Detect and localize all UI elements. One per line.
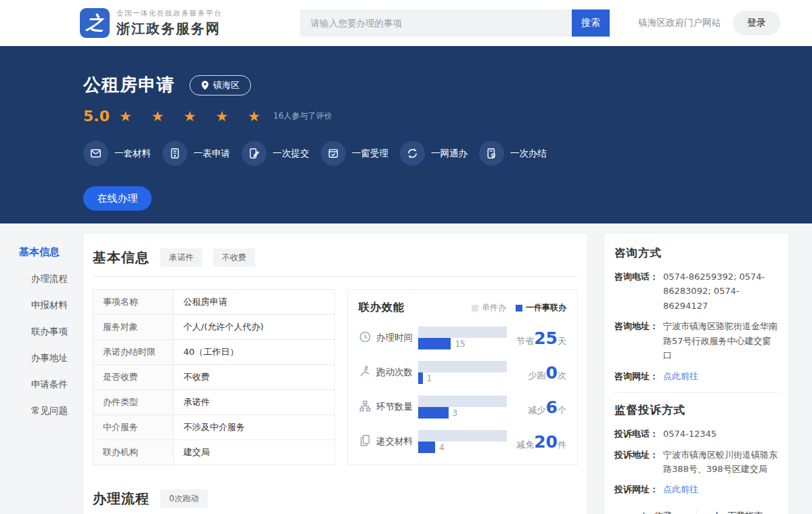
legend-joint: 一件事联办 (516, 302, 566, 314)
search-button[interactable]: 搜索 (572, 9, 610, 37)
nav-item-joint-items[interactable]: 联办事项 (0, 326, 83, 338)
complaint-website-row: 投诉网址： 点此前往 (614, 482, 778, 496)
feature-material: 一套材料 (83, 141, 152, 166)
efficiency-row-steps: 环节数量 3 减少6个 (359, 395, 566, 419)
legend-swatch-blue (516, 305, 522, 312)
district-label: 镇海区 (213, 79, 240, 91)
consult-address-row: 咨询地址： 宁波市镇海区骆驼街道金华南路57号行政服务中心建交窗口 (614, 319, 778, 362)
feature-network: 一网通办 (400, 141, 468, 166)
search-input[interactable] (300, 9, 572, 37)
platform-tagline: 全国一体化在线政务服务平台 (116, 9, 222, 18)
card-actions: ★ 收藏 下载指南 (614, 509, 778, 514)
stat-steps: 减少6个 (528, 398, 566, 417)
joint-efficiency-panel: 联办效能 单件办 一件事联办 (347, 289, 578, 465)
login-button[interactable]: 登录 (733, 11, 780, 35)
portal-site-link[interactable]: 镇海区政府门户网站 (639, 17, 721, 29)
bar-trips: 1 (418, 361, 507, 384)
efficiency-row-materials: 递交材料 4 减免20件 (359, 430, 566, 453)
window-check-icon (321, 141, 346, 166)
legend-single: 单件办 (472, 302, 506, 314)
complaint-goto-link[interactable]: 点此前往 (663, 482, 698, 496)
stat-materials: 减免20件 (516, 432, 566, 452)
hero-banner: 公租房申请 镇海区 5.0 ★ ★ ★ ★ ★ 16人参与了评价 一套材料 (0, 46, 812, 223)
nav-item-address[interactable]: 办事地址 (0, 352, 83, 364)
bar-gray (418, 430, 507, 442)
process-section: 办理流程 0次跑动 (93, 490, 579, 514)
stat-time: 节省25天 (516, 328, 566, 348)
nav-item-basic-info[interactable]: 基本信息 (0, 246, 83, 259)
logo-mark-icon: 之 (80, 8, 110, 38)
consult-website-row: 咨询网址： 点此前往 (614, 369, 778, 383)
consult-phone-row: 咨询电话： 0574-86259392; 0574-86283092; 0574… (614, 270, 778, 313)
feature-form: 一表申请 (162, 141, 231, 166)
run-icon (359, 365, 372, 381)
process-title: 办理流程 (93, 490, 150, 508)
rating-stars: ★ ★ ★ ★ ★ (119, 108, 268, 125)
complaint-phone-row: 投诉电话： 0574-12345 (614, 427, 778, 441)
download-guide-button[interactable]: 下载指南 (696, 509, 779, 514)
nav-item-process[interactable]: 办理流程 (0, 273, 83, 285)
rating-score: 5.0 (83, 108, 110, 125)
basic-info-table: 事项名称公租房申请 服务对象个人/(允许个人代办) 承诺办结时限40（工作日） … (93, 289, 335, 465)
table-row: 承诺办结时限40（工作日） (93, 340, 335, 365)
clock-icon (359, 330, 372, 346)
legend-swatch-gray (472, 305, 478, 312)
feature-finish: 一次办结 (479, 141, 547, 166)
table-row: 中介服务不涉及中介服务 (93, 415, 335, 440)
chart-legend: 单件办 一件事联办 (462, 302, 566, 314)
main-content-card: 基本信息 承诺件 不收费 事项名称公租房申请 服务对象个人/(允许个人代办) 承… (83, 234, 587, 514)
nodes-icon (359, 400, 372, 415)
bar-blue (418, 338, 451, 349)
badge-promise: 承诺件 (160, 249, 202, 267)
finish-icon (479, 141, 504, 166)
basic-info-title: 基本信息 (93, 249, 150, 267)
service-title: 公租房申请 (83, 73, 175, 97)
card-divider (614, 392, 778, 393)
header-right: 镇海区政府门户网站 登录 (639, 11, 781, 35)
bar-blue (418, 407, 449, 419)
bar-time: 15 (418, 326, 507, 349)
consult-title: 咨询方式 (614, 246, 778, 261)
bar-gray (418, 395, 507, 407)
complaint-address-row: 投诉地址： 宁波市镇海区蛟川街道镇骆东路388号、398号区建交局 (614, 448, 778, 477)
consult-goto-link[interactable]: 点此前往 (663, 369, 698, 383)
location-pin-icon (201, 81, 209, 90)
submit-icon (242, 141, 267, 166)
star-icon: ★ (639, 509, 649, 514)
page-body: 基本信息 办理流程 申报材料 联办事项 办事地址 申请条件 常见问题 基本信息 … (0, 223, 812, 514)
efficiency-row-trips: 跑动次数 1 少跑0次 (359, 361, 566, 384)
contact-card: 咨询方式 咨询电话： 0574-86259392; 0574-86283092;… (604, 234, 788, 514)
table-row: 事项名称公租房申请 (93, 290, 335, 315)
site-name: 浙江政务服务网 (116, 20, 222, 38)
favorite-button[interactable]: ★ 收藏 (614, 509, 696, 514)
rating-count: 16人参与了评价 (273, 110, 332, 122)
site-logo[interactable]: 之 全国一体化在线政务服务平台 浙江政务服务网 (80, 8, 222, 38)
nav-item-faq[interactable]: 常见问题 (0, 405, 83, 417)
nav-item-materials[interactable]: 申报材料 (0, 299, 83, 312)
search-bar: 搜索 (300, 9, 610, 37)
efficiency-row-time: 办理时间 15 节省25天 (359, 326, 566, 349)
bar-gray (418, 361, 507, 372)
docs-icon (359, 434, 372, 450)
feature-window: 一窗受理 (321, 141, 389, 166)
download-icon (712, 511, 722, 514)
logo-text: 全国一体化在线政务服务平台 浙江政务服务网 (116, 9, 222, 38)
network-icon (400, 141, 425, 166)
bar-blue (418, 442, 435, 453)
bar-blue (418, 372, 423, 384)
stat-trips: 少跑0次 (528, 363, 566, 383)
nav-item-conditions[interactable]: 申请条件 (0, 379, 83, 391)
table-row: 联办机构建交局 (93, 440, 335, 465)
envelope-icon (83, 141, 108, 166)
form-icon (162, 141, 187, 166)
section-divider (93, 276, 579, 277)
district-badge[interactable]: 镇海区 (189, 75, 251, 95)
top-header: 之 全国一体化在线政务服务平台 浙江政务服务网 搜索 镇海区政府门户网站 登录 (0, 0, 812, 46)
feature-list: 一套材料 一表申请 一次提交 一窗受理 (83, 141, 812, 166)
efficiency-title: 联办效能 (359, 301, 405, 315)
feature-submit: 一次提交 (242, 141, 310, 166)
anchor-nav: 基本信息 办理流程 申报材料 联办事项 办事地址 申请条件 常见问题 (0, 246, 83, 431)
badge-free: 不收费 (213, 249, 255, 267)
bar-gray (418, 326, 507, 338)
online-apply-button[interactable]: 在线办理 (83, 186, 152, 211)
